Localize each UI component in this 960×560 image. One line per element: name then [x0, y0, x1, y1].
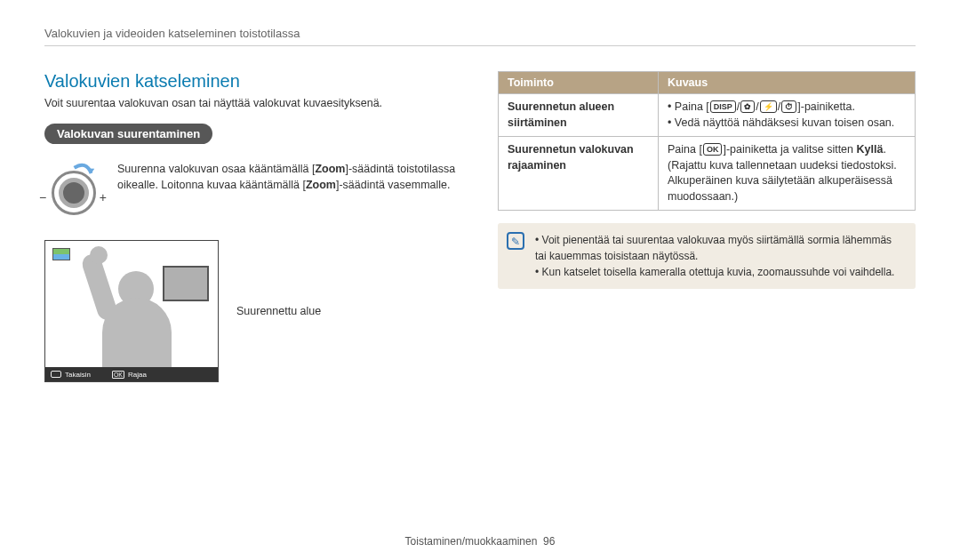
- note-box: ✎ Voit pienentää tai suurentaa valokuvaa…: [498, 223, 916, 289]
- minus-icon: −: [39, 190, 46, 204]
- row0-label: Suurennetun alueen siirtäminen: [499, 94, 659, 137]
- macro-icon: ✿: [740, 100, 755, 113]
- preview-footer: Takaisin OK Rajaa: [45, 367, 218, 381]
- content-columns: Valokuvien katseleminen Voit suurentaa v…: [44, 71, 916, 382]
- preview-block: Takaisin OK Rajaa Suurennettu alue: [44, 240, 462, 382]
- plus-icon: +: [100, 190, 107, 204]
- zoomed-region-box: [163, 266, 209, 301]
- preview-screen: Takaisin OK Rajaa: [44, 240, 219, 382]
- zoom-text: Suurenna valokuvan osaa kääntämällä [Zoo…: [117, 162, 462, 193]
- th-function: Toiminto: [499, 72, 659, 94]
- row0-desc: Paina [DISP/✿/⚡/⏱]-painiketta. Vedä näyt…: [659, 94, 916, 137]
- ok-icon: OK: [703, 143, 723, 156]
- page-footer: Toistaminen/muokkaaminen 96: [0, 535, 960, 548]
- preview-caption: Suurennettu alue: [236, 305, 321, 317]
- ok-button-icon: OK: [112, 371, 124, 379]
- note-item: Voit pienentää tai suurentaa valokuvaa m…: [535, 232, 905, 264]
- row1-label: Suurennetun valokuvan rajaaminen: [499, 137, 659, 211]
- crop-label: Rajaa: [128, 371, 147, 379]
- disp-icon: DISP: [710, 100, 736, 113]
- note-icon: ✎: [507, 232, 524, 250]
- left-column: Valokuvien katseleminen Voit suurentaa v…: [44, 71, 462, 382]
- back-button-icon: [51, 371, 61, 378]
- table-row: Suurennetun valokuvan rajaaminen Paina […: [499, 137, 916, 211]
- note-item: Kun katselet toisella kameralla otettuja…: [535, 264, 905, 280]
- intro-text: Voit suurentaa valokuvan osan tai näyttä…: [44, 97, 462, 109]
- zoom-instructions-block: − + Suurenna valokuvan osaa kääntämällä …: [44, 162, 462, 220]
- right-column: Toiminto Kuvaus Suurennetun alueen siirt…: [498, 71, 916, 382]
- preview-silhouette: [63, 244, 196, 369]
- flash-icon: ⚡: [760, 100, 777, 113]
- section-pill: Valokuvan suurentaminen: [44, 124, 212, 144]
- back-label: Takaisin: [65, 371, 91, 379]
- row1-desc: Paina [OK]-painiketta ja valitse sitten …: [659, 137, 916, 211]
- function-table: Toiminto Kuvaus Suurennetun alueen siirt…: [498, 71, 916, 211]
- zoom-dial-icon: − +: [44, 162, 103, 220]
- breadcrumb: Valokuvien ja videoiden katseleminen toi…: [44, 27, 916, 46]
- timer-icon: ⏱: [781, 100, 796, 113]
- th-desc: Kuvaus: [659, 72, 916, 94]
- table-row: Suurennetun alueen siirtäminen Paina [DI…: [499, 94, 916, 137]
- page-title: Valokuvien katseleminen: [44, 71, 462, 92]
